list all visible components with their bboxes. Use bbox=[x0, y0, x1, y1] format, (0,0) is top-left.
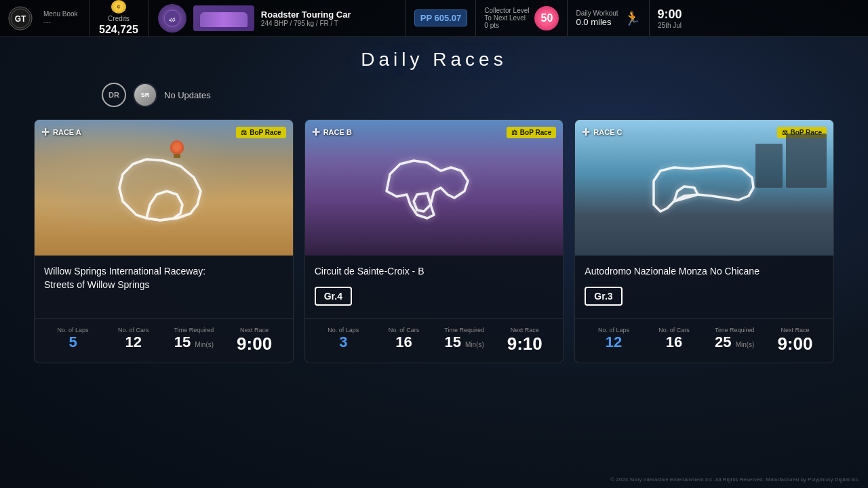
track-a-overlay bbox=[35, 120, 293, 256]
time-value-c: 25 Min(s) bbox=[715, 333, 754, 351]
race-c-class: Gr.3 bbox=[585, 287, 622, 306]
race-card-c[interactable]: ✛ RACE C ⚖ BoP Race Autodromo Nazional bbox=[574, 119, 834, 363]
collector-sub: To Next Level bbox=[484, 14, 529, 22]
next-value-a: 9:00 bbox=[237, 333, 272, 354]
topbar: GT Menu Book --- ¢ Credits 524,725 🏎 Roa… bbox=[0, 0, 868, 37]
time-section: 9:00 25th Jul bbox=[650, 0, 690, 36]
race-a-track: Willow Springs International Raceway:Str… bbox=[44, 265, 283, 291]
page-title: Daily Races bbox=[34, 49, 834, 70]
stat-time-c: Time Required 25 Min(s) bbox=[706, 327, 764, 354]
race-a-body: Willow Springs International Raceway:Str… bbox=[35, 256, 293, 310]
cars-value-c: 16 bbox=[666, 333, 682, 351]
laps-label-a: No. of Laps bbox=[58, 327, 89, 333]
time-display: 9:00 bbox=[658, 7, 682, 22]
time-label-b: Time Required bbox=[444, 327, 484, 333]
svg-text:GT: GT bbox=[15, 14, 26, 24]
next-value-b: 9:10 bbox=[507, 333, 542, 354]
time-value-a: 15 Min(s) bbox=[174, 333, 214, 351]
next-value-c: 9:00 bbox=[777, 333, 812, 354]
menu-label: Menu Book bbox=[43, 10, 81, 18]
race-b-track: Circuit de Sainte-Croix - B bbox=[315, 265, 554, 279]
laps-value-c: 12 bbox=[606, 333, 622, 351]
laps-value-b: 3 bbox=[339, 333, 347, 351]
copyright-text: © 2023 Sony Interactive Entertainment In… bbox=[610, 476, 860, 483]
race-card-b[interactable]: ✛ RACE B ⚖ BoP Race Circuit de Sainte-Cr… bbox=[304, 119, 564, 363]
race-cards-container: ✛ RACE A ⚖ BoP Race bbox=[34, 119, 834, 363]
credits-section: ¢ Credits 524,725 bbox=[90, 0, 149, 36]
stat-laps-b: No. of Laps 3 bbox=[315, 327, 372, 354]
stat-laps-c: No. of Laps 12 bbox=[585, 327, 642, 354]
collector-level: 50 bbox=[534, 6, 559, 30]
race-b-class: Gr.4 bbox=[315, 287, 352, 306]
car-thumbnail bbox=[193, 5, 254, 31]
stat-next-b: Next Race 9:10 bbox=[496, 327, 553, 354]
cars-label-b: No. of Cars bbox=[389, 327, 420, 333]
menu-value: --- bbox=[43, 18, 81, 26]
time-label-a: Time Required bbox=[174, 327, 214, 333]
collector-pts: 0 pts bbox=[484, 22, 529, 29]
svg-text:🏎: 🏎 bbox=[169, 16, 176, 23]
collector-section: Collector Level To Next Level 0 pts 50 bbox=[476, 0, 568, 36]
menu-book[interactable]: Menu Book --- bbox=[35, 0, 90, 36]
car-info: Roadster Touring Car 244 BHP / 795 kg / … bbox=[261, 9, 351, 27]
date-display: 25th Jul bbox=[658, 22, 682, 29]
car-icon: 🏎 bbox=[158, 4, 186, 33]
stat-cars-b: No. of Cars 16 bbox=[375, 327, 433, 354]
stat-cars-a: No. of Cars 12 bbox=[104, 327, 162, 354]
main-content: Daily Races DR SR No Updates ✛ RACE A ⚖ … bbox=[0, 37, 868, 375]
cars-value-b: 16 bbox=[395, 333, 412, 351]
collector-label: Collector Level bbox=[484, 7, 529, 14]
race-b-stats: No. of Laps 3 No. of Cars 16 Time Requir… bbox=[305, 318, 564, 363]
laps-value-a: 5 bbox=[68, 333, 77, 351]
track-b-overlay bbox=[305, 120, 564, 256]
collector-info: Collector Level To Next Level 0 pts bbox=[484, 7, 529, 29]
laps-label-c: No. of Laps bbox=[598, 327, 629, 333]
race-c-body: Autodromo Nazionale Monza No Chicane Gr.… bbox=[575, 256, 833, 310]
car-name: Roadster Touring Car bbox=[261, 9, 351, 20]
credits-coin-icon: ¢ bbox=[111, 0, 126, 14]
cars-value-a: 12 bbox=[125, 333, 142, 351]
credits-label: Credits bbox=[108, 15, 130, 22]
pp-section: PP 605.07 bbox=[406, 0, 476, 36]
updates-bar: DR SR No Updates bbox=[34, 83, 834, 107]
stat-cars-c: No. of Cars 16 bbox=[646, 327, 703, 354]
next-label-a: Next Race bbox=[240, 327, 269, 333]
race-c-stats: No. of Laps 12 No. of Cars 16 Time Requi… bbox=[575, 318, 833, 363]
stat-time-a: Time Required 15 Min(s) bbox=[165, 327, 222, 354]
stat-laps-a: No. of Laps 5 bbox=[44, 327, 102, 354]
sr-badge: SR bbox=[133, 83, 157, 107]
time-value-b: 15 Min(s) bbox=[444, 333, 484, 351]
credits-amount: 524,725 bbox=[99, 24, 138, 36]
race-card-a[interactable]: ✛ RACE A ⚖ BoP Race bbox=[34, 119, 294, 363]
race-a-image: ✛ RACE A ⚖ BoP Race bbox=[35, 120, 293, 256]
laps-label-b: No. of Laps bbox=[328, 327, 359, 333]
race-c-image: ✛ RACE C ⚖ BoP Race bbox=[575, 120, 833, 256]
race-b-image: ✛ RACE B ⚖ BoP Race bbox=[305, 120, 564, 256]
stat-next-c: Next Race 9:00 bbox=[766, 327, 824, 354]
workout-section: Daily Workout 0.0 miles 🏃 bbox=[568, 0, 649, 36]
cars-label-c: No. of Cars bbox=[658, 327, 690, 333]
race-c-track: Autodromo Nazionale Monza No Chicane bbox=[585, 265, 824, 279]
workout-value: 0.0 miles bbox=[576, 17, 618, 27]
no-updates-text: No Updates bbox=[164, 90, 211, 100]
race-b-body: Circuit de Sainte-Croix - B Gr.4 bbox=[305, 256, 564, 310]
next-label-b: Next Race bbox=[511, 327, 539, 333]
gt-logo[interactable]: GT bbox=[5, 3, 35, 33]
cars-label-a: No. of Cars bbox=[118, 327, 149, 333]
car-specs: 244 BHP / 795 kg / FR / T bbox=[261, 20, 351, 27]
workout-info: Daily Workout 0.0 miles bbox=[576, 9, 618, 27]
runner-icon: 🏃 bbox=[624, 10, 641, 26]
dr-badge: DR bbox=[102, 83, 126, 107]
time-label-c: Time Required bbox=[715, 327, 755, 333]
car-section[interactable]: 🏎 Roadster Touring Car 244 BHP / 795 kg … bbox=[149, 0, 406, 36]
race-a-stats: No. of Laps 5 No. of Cars 12 Time Requir… bbox=[35, 318, 293, 363]
next-label-c: Next Race bbox=[781, 327, 809, 333]
pp-badge: PP 605.07 bbox=[414, 9, 467, 26]
workout-label: Daily Workout bbox=[576, 9, 618, 17]
stat-next-a: Next Race 9:00 bbox=[226, 327, 283, 354]
stat-time-b: Time Required 15 Min(s) bbox=[435, 327, 493, 354]
